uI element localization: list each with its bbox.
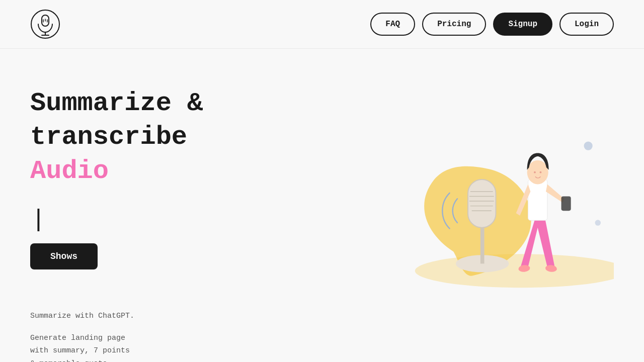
svg-point-27	[584, 141, 593, 150]
description-line1: Summarize with ChatGPT.	[30, 310, 203, 323]
svg-point-28	[595, 220, 601, 225]
logo-icon	[30, 9, 60, 39]
shows-button[interactable]: Shows	[30, 243, 98, 269]
hero-content: Summarize & transcribe Audio| Shows Summ…	[30, 79, 203, 362]
svg-point-20	[540, 171, 542, 173]
hero-illustration	[322, 69, 614, 290]
logo	[30, 9, 60, 39]
svg-point-19	[534, 171, 536, 173]
svg-rect-17	[561, 196, 571, 211]
description-line2: Generate landing pagewith summary, 7 poi…	[30, 332, 203, 362]
signup-button[interactable]: Signup	[493, 13, 552, 36]
hero-section: Summarize & transcribe Audio| Shows Summ…	[0, 49, 644, 362]
svg-rect-9	[468, 179, 496, 228]
faq-button[interactable]: FAQ	[370, 13, 415, 36]
hero-description: Summarize with ChatGPT. Generate landing…	[30, 310, 203, 362]
main-nav: FAQ Pricing Signup Login	[370, 13, 614, 36]
typing-cursor: |	[31, 206, 46, 233]
header: FAQ Pricing Signup Login	[0, 0, 644, 49]
svg-rect-16	[528, 179, 547, 220]
svg-point-18	[527, 160, 548, 185]
login-button[interactable]: Login	[559, 13, 614, 36]
svg-rect-15	[480, 228, 485, 264]
hero-heading-line1: Summarize &	[30, 89, 203, 118]
hero-heading-line2: transcribe	[30, 123, 203, 151]
hero-svg	[322, 69, 614, 290]
svg-point-7	[415, 254, 614, 288]
hero-heading-accent: Audio|	[30, 156, 203, 233]
pricing-button[interactable]: Pricing	[422, 13, 486, 36]
